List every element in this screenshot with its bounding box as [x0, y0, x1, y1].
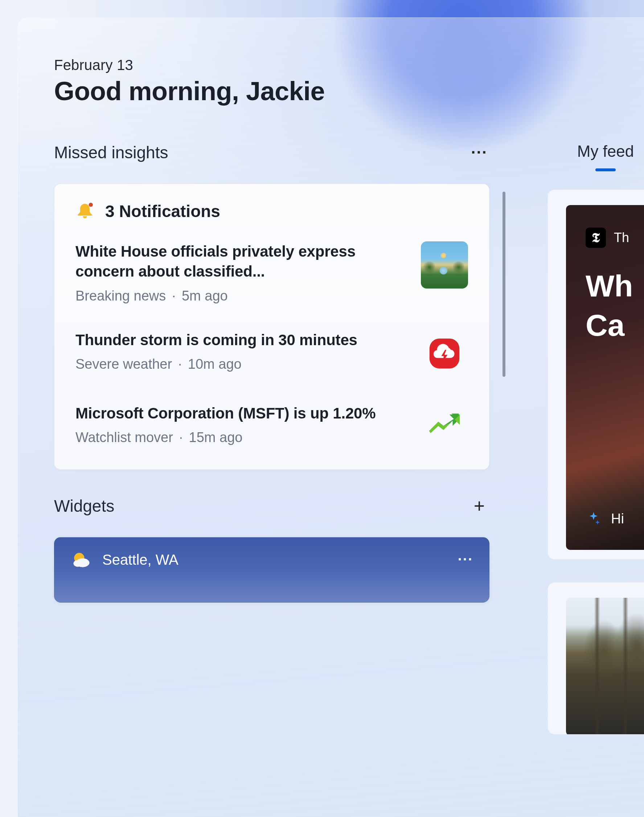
severe-weather-icon [421, 330, 468, 377]
weather-widget[interactable]: Seattle, WA ··· [54, 537, 489, 602]
weather-location: Seattle, WA [102, 552, 178, 568]
feed-thumbnail-image [566, 598, 644, 735]
feed-headline: Wh Ca [586, 267, 633, 345]
scrollbar[interactable] [503, 192, 505, 377]
notifications-card: 3 Notifications White House officials pr… [54, 184, 489, 470]
notification-headline: White House officials privately express … [75, 241, 406, 282]
stock-up-icon [421, 403, 468, 450]
notification-meta: Watchlist mover · 15m ago [75, 430, 406, 445]
weather-partly-cloudy-icon [71, 549, 92, 571]
add-widget-button[interactable]: + [469, 496, 489, 516]
widgets-panel: February 13 Good morning, Jackie Missed … [17, 17, 644, 817]
nyt-logo-icon: 𝕿 [586, 227, 606, 248]
notification-headline: Microsoft Corporation (MSFT) is up 1.20% [75, 403, 406, 423]
notification-meta: Severe weather · 10m ago [75, 356, 406, 372]
feed-source-name: Th [614, 230, 629, 245]
notification-item[interactable]: Microsoft Corporation (MSFT) is up 1.20%… [75, 403, 468, 450]
notification-headline: Thunder storm is coming in 30 minutes [75, 330, 406, 350]
notifications-count-title: 3 Notifications [105, 201, 220, 221]
feed-card[interactable]: 𝕿 Th Wh Ca Hi [547, 189, 644, 560]
news-thumbnail-image [421, 241, 468, 289]
tab-active-indicator [595, 168, 616, 171]
missed-insights-title: Missed insights [54, 143, 168, 162]
notification-item[interactable]: White House officials privately express … [75, 241, 468, 304]
widgets-title: Widgets [54, 496, 114, 516]
missed-insights-more-button[interactable]: ··· [469, 142, 489, 163]
feed-card[interactable] [547, 582, 644, 735]
sparkle-icon [586, 511, 601, 527]
bell-icon [75, 202, 94, 221]
my-feed-tab[interactable]: My feed [544, 142, 644, 160]
feed-bottom-text: Hi [611, 511, 624, 527]
notification-meta: Breaking news · 5m ago [75, 288, 406, 304]
greeting-heading: Good morning, Jackie [54, 76, 644, 106]
svg-point-4 [73, 560, 82, 567]
weather-widget-more-button[interactable]: ··· [458, 551, 473, 568]
date-label: February 13 [54, 57, 644, 73]
svg-point-0 [89, 203, 93, 207]
notification-item[interactable]: Thunder storm is coming in 30 minutes Se… [75, 330, 468, 377]
